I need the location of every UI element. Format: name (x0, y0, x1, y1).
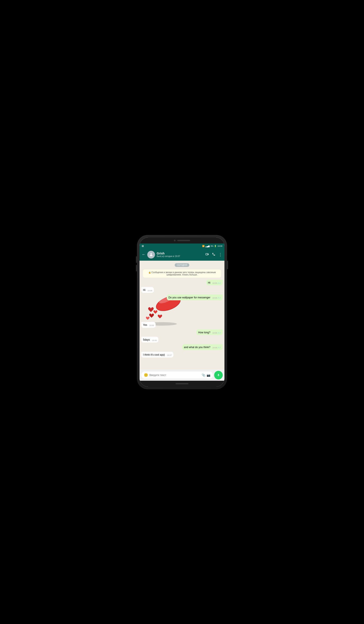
message-row: 5days 19:06 (141, 337, 223, 342)
date-separator: СЕГОДНЯ (175, 263, 189, 267)
message-bubble-received: 5days 19:06 (141, 337, 158, 342)
phone-bottom-bezel (140, 381, 224, 387)
more-options-button[interactable]: ⋮ (218, 252, 222, 257)
message-meta: 19:06 (149, 324, 154, 327)
message-text: and what do you think? (184, 346, 210, 349)
wifi-icon: 📶 (202, 245, 205, 247)
message-bubble-sent: and what do you think? 19:06 ✓✓ (182, 344, 223, 350)
encryption-notice[interactable]: 🔒 Сообщения и звонки в данном чате тепер… (143, 269, 221, 278)
attach-button[interactable]: 📎 (202, 373, 205, 377)
message-text: Hi (208, 281, 210, 284)
front-camera (174, 240, 176, 241)
svg-point-0 (151, 253, 152, 255)
mic-button[interactable] (214, 371, 223, 379)
message-text: I think it's cool app) (143, 353, 165, 356)
message-row: Yes 19:06 (141, 322, 223, 328)
phone-screen: 🖼 📶 ▂▄▆ 8% 🔋 19:09 ← Grish был(-а) се (140, 237, 224, 387)
message-bubble-received: I think it's cool app) 19:07 (141, 352, 173, 358)
message-bubble-received: Yes 19:06 (141, 322, 156, 328)
message-time: 19:06 (212, 346, 217, 349)
chat-body[interactable]: СЕГОДНЯ 🔒 Сообщения и звонки в данном ча… (140, 261, 224, 369)
message-meta: 19:05 (148, 289, 153, 292)
message-row: Hi 19:05 (141, 287, 223, 293)
power-button[interactable] (227, 261, 228, 269)
message-meta: 19:06 (152, 339, 157, 342)
message-bubble-received: Hi 19:05 (141, 287, 154, 293)
status-left-icons: 🖼 (142, 245, 144, 247)
message-input-area: 🙂 📎 📷 (140, 369, 224, 381)
battery-icon: 🔋 (214, 245, 216, 247)
earpiece-speaker (177, 240, 190, 241)
battery-percent: 8% (210, 245, 213, 247)
read-receipts: ✓✓ (218, 297, 221, 299)
clock: 19:09 (217, 245, 222, 247)
read-receipts: ✓✓ (218, 282, 221, 285)
chat-header: ← Grish был(-а) сегодня в 19:07 (140, 249, 224, 261)
chat-messages: СЕГОДНЯ 🔒 Сообщения и звонки в данном ча… (141, 262, 223, 358)
message-text: 5days (143, 338, 150, 341)
message-meta: 19:05 ✓✓ (212, 282, 221, 285)
message-meta: 19:06 ✓✓ (212, 332, 221, 334)
text-input-box[interactable]: 🙂 📎 📷 (141, 371, 213, 379)
signal-bars-icon: ▂▄▆ (205, 245, 210, 247)
message-meta: 19:06 ✓✓ (212, 346, 221, 349)
message-text: Do you use wallpaper for messenger (168, 296, 210, 299)
message-bubble-sent: How long? 19:06 ✓✓ (196, 330, 223, 335)
message-time: 19:05 (212, 297, 217, 299)
phone-call-button[interactable] (212, 253, 215, 257)
message-row: Do you use wallpaper for messenger 19:05… (141, 294, 223, 300)
message-time: 19:05 (148, 289, 153, 292)
header-actions: ⋮ (205, 252, 222, 257)
status-bar: 🖼 📶 ▂▄▆ 8% 🔋 19:09 (140, 243, 224, 249)
camera-button[interactable]: 📷 (207, 373, 210, 377)
message-row: Hi 19:05 ✓✓ (141, 280, 223, 286)
message-text: How long? (198, 331, 210, 334)
read-receipts: ✓✓ (218, 346, 221, 349)
video-call-button[interactable] (205, 252, 209, 257)
message-text: Yes (143, 323, 147, 326)
message-meta: 19:07 (167, 354, 172, 357)
emoji-button[interactable]: 🙂 (144, 373, 148, 377)
contact-name: Grish (157, 252, 204, 255)
message-row: How long? 19:06 ✓✓ (141, 330, 223, 335)
message-time: 19:07 (167, 354, 172, 357)
volume-down-button[interactable] (136, 265, 137, 271)
message-input[interactable] (149, 374, 200, 377)
status-right-info: 📶 ▂▄▆ 8% 🔋 19:09 (202, 245, 222, 247)
message-time: 19:06 (212, 332, 217, 334)
message-row: I think it's cool app) 19:07 (141, 352, 223, 358)
message-time: 19:05 (212, 282, 217, 285)
notification-icon: 🖼 (142, 245, 144, 247)
contact-status: был(-а) сегодня в 19:07 (157, 255, 204, 258)
message-text: Hi (143, 288, 145, 291)
read-receipts: ✓✓ (218, 332, 221, 334)
phone-device: 🖼 📶 ▂▄▆ 8% 🔋 19:09 ← Grish был(-а) се (137, 235, 227, 389)
message-row: and what do you think? 19:06 ✓✓ (141, 344, 223, 350)
message-meta: 19:05 ✓✓ (212, 297, 221, 299)
message-time: 19:06 (152, 339, 157, 342)
phone-top-bezel (140, 237, 224, 243)
message-time: 19:06 (149, 324, 154, 327)
bottom-speaker (176, 383, 188, 384)
message-bubble-sent: Hi 19:05 ✓✓ (206, 280, 223, 286)
contact-info[interactable]: Grish был(-а) сегодня в 19:07 (157, 252, 204, 258)
message-bubble-sent: Do you use wallpaper for messenger 19:05… (167, 294, 223, 300)
back-button[interactable]: ← (142, 252, 146, 257)
volume-up-button[interactable] (136, 256, 137, 263)
contact-avatar[interactable] (147, 251, 155, 259)
